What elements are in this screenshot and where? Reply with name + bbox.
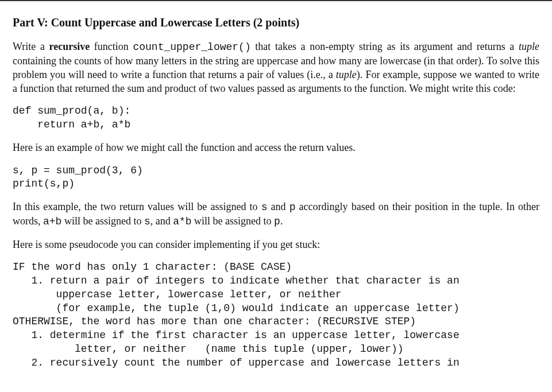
code-inline: a+b (43, 216, 61, 227)
text: will be assigned to (192, 215, 274, 227)
text: will be assigned to (61, 215, 144, 227)
code-inline: s (261, 201, 268, 213)
paragraph-1: Write a recursive function count_upper_l… (13, 40, 539, 95)
code-block-2: s, p = sum_prod(3, 6) print(s,p) (13, 164, 539, 192)
code-inline: count_upper_lower() (133, 41, 250, 53)
text-italic: tuple (519, 41, 539, 52)
text: function (90, 41, 133, 52)
code-inline: a*b (173, 216, 191, 227)
code-block-1: def sum_prod(a, b): return a+b, a*b (13, 104, 539, 132)
text: Write a (13, 41, 49, 52)
paragraph-2: Here is an example of how we might call … (13, 141, 539, 155)
document-page: Part V: Count Uppercase and Lowercase Le… (0, 0, 552, 392)
section-heading: Part V: Count Uppercase and Lowercase Le… (13, 15, 539, 30)
text-italic: tuple (336, 69, 357, 80)
code-inline: s (144, 216, 150, 227)
text: and (267, 201, 289, 212)
text: that takes a non-empty string as its arg… (251, 41, 519, 52)
code-inline: p (274, 216, 280, 227)
code-inline: p (289, 201, 296, 213)
paragraph-3: In this example, the two return values w… (13, 200, 539, 229)
text: . (280, 215, 283, 227)
paragraph-4: Here is some pseudocode you can consider… (13, 238, 539, 252)
text: , and (150, 215, 173, 227)
text-bold: recursive (49, 41, 90, 52)
pseudocode-block: IF the word has only 1 character: (BASE … (13, 261, 539, 370)
text: In this example, the two return values w… (13, 201, 261, 212)
